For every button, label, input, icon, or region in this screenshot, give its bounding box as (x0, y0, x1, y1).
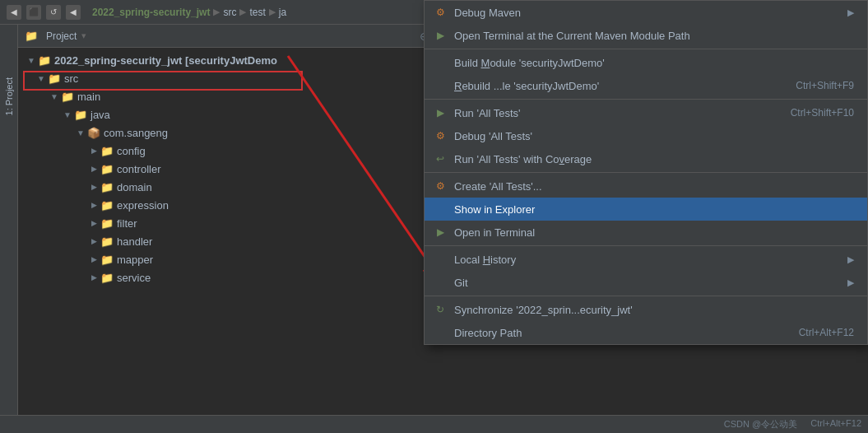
src-arrow: ▼ (35, 72, 48, 85)
sidebar-panel: 1: Project (0, 25, 18, 433)
open-terminal-icon: ▶ (433, 28, 448, 43)
breadcrumb-sep-1: ▶ (213, 7, 220, 17)
tree-root-item[interactable]: ▼ 📁 2022_spring-security_jwt [securityJw… (18, 51, 438, 69)
mapper-label: mapper (117, 254, 153, 266)
config-label: config (117, 145, 146, 157)
menu-run-all-tests[interactable]: ▶ Run 'All Tests' Ctrl+Shift+F10 (425, 101, 867, 124)
debug-maven-label: Debug Maven (454, 7, 841, 19)
tree-java[interactable]: ▼ 📁 java (18, 105, 438, 123)
status-csdn: CSDN @令公动美 (724, 418, 797, 431)
menu-debug-maven[interactable]: ⚙ Debug Maven ▶ (425, 1, 867, 24)
expression-label: expression (117, 199, 169, 212)
open-in-terminal-label: Open in Terminal (454, 226, 854, 239)
domain-package-icon: 📁 (100, 180, 114, 193)
menu-sep-4 (425, 245, 867, 246)
menu-rebuild-module[interactable]: Rebuild ...le 'securityJwtDemo' Ctrl+Shi… (425, 74, 867, 97)
status-bar: CSDN @令公动美 Ctrl+Alt+F12 (0, 415, 868, 433)
handler-arrow: ▶ (87, 235, 100, 248)
main-arrow: ▼ (48, 90, 61, 103)
tree-config[interactable]: ▶ 📁 config (18, 142, 438, 160)
tree-container: ▼ 📁 2022_spring-security_jwt [securityJw… (18, 48, 438, 433)
mapper-package-icon: 📁 (100, 253, 114, 266)
root-label: 2022_spring-security_jwt [securityJwtDem… (54, 54, 277, 67)
toolbar-back-icon[interactable]: ◀ (7, 5, 21, 20)
menu-local-history[interactable]: Local History ▶ (425, 248, 867, 271)
status-shortcut: Ctrl+Alt+F12 (810, 418, 861, 431)
menu-sep-1 (425, 49, 867, 49)
expression-package-icon: 📁 (100, 198, 114, 212)
com-sangeng-label: com.sangeng (104, 127, 168, 139)
handler-package-icon: 📁 (100, 235, 114, 248)
toolbar-refresh-icon[interactable]: ↺ (46, 5, 61, 20)
open-in-terminal-icon: ▶ (433, 225, 448, 240)
tree-service[interactable]: ▶ 📁 service (18, 268, 438, 286)
git-label: Git (454, 277, 841, 289)
debug-all-tests-label: Debug 'All Tests' (454, 130, 854, 142)
java-label: java (91, 109, 110, 121)
create-tests-icon: ⚙ (433, 179, 448, 193)
toolbar-nav-icon[interactable]: ◀ (66, 5, 81, 20)
tree-src[interactable]: ▼ 📁 src (18, 69, 438, 87)
breadcrumb: 2022_spring-security_jwt ▶ src ▶ test ▶ … (92, 7, 286, 18)
toolbar-forward-icon[interactable]: ⬛ (26, 5, 41, 20)
run-coverage-label: Run 'All Tests' with Coverage (454, 153, 854, 165)
status-right: CSDN @令公动美 Ctrl+Alt+F12 (724, 418, 861, 431)
debug-all-tests-icon: ⚙ (433, 128, 448, 143)
tree-filter[interactable]: ▶ 📁 filter (18, 214, 438, 232)
show-in-explorer-label: Show in Explorer (454, 203, 854, 216)
tree-expression[interactable]: ▶ 📁 expression (18, 196, 438, 214)
menu-show-in-explorer[interactable]: Show in Explorer (425, 198, 867, 221)
breadcrumb-project[interactable]: 2022_spring-security_jwt (92, 7, 210, 18)
run-all-shortcut: Ctrl+Shift+F10 (791, 107, 854, 119)
tree-handler[interactable]: ▶ 📁 handler (18, 232, 438, 250)
tree-mapper[interactable]: ▶ 📁 mapper (18, 250, 438, 268)
tree-domain[interactable]: ▶ 📁 domain (18, 178, 438, 196)
menu-create-all-tests[interactable]: ⚙ Create 'All Tests'... (425, 175, 867, 198)
menu-run-coverage[interactable]: ↩ Run 'All Tests' with Coverage (425, 147, 867, 170)
service-arrow: ▶ (87, 271, 100, 284)
menu-sep-3 (425, 172, 867, 173)
domain-label: domain (117, 181, 152, 193)
com-package-icon: 📦 (87, 126, 100, 139)
menu-git[interactable]: Git ▶ (425, 271, 867, 294)
breadcrumb-src[interactable]: src (223, 7, 236, 18)
tree-com-sangeng[interactable]: ▼ 📦 com.sangeng (18, 123, 438, 142)
tree-controller[interactable]: ▶ 📁 controller (18, 160, 438, 178)
create-all-tests-label: Create 'All Tests'... (454, 180, 854, 193)
java-folder-icon: 📁 (74, 108, 87, 121)
local-history-label: Local History (454, 254, 841, 266)
context-menu: ⚙ Debug Maven ▶ ▶ Open Terminal at the C… (424, 0, 868, 345)
project-dropdown-icon[interactable]: ▾ (81, 30, 86, 41)
filter-label: filter (117, 217, 137, 230)
menu-sep-2 (425, 99, 867, 100)
menu-sep-5 (425, 296, 867, 296)
config-arrow: ▶ (87, 144, 100, 157)
directory-path-shortcut: Ctrl+Alt+F12 (799, 327, 854, 338)
sync-icon: ↻ (433, 302, 448, 317)
local-history-arrow: ▶ (847, 254, 854, 265)
project-title-label: Project (46, 30, 77, 42)
breadcrumb-test[interactable]: test (249, 7, 265, 18)
menu-debug-all-tests[interactable]: ⚙ Debug 'All Tests' (425, 124, 867, 147)
menu-open-terminal[interactable]: ▶ Open Terminal at the Current Maven Mod… (425, 24, 867, 47)
main-label: main (77, 91, 100, 103)
service-label: service (117, 272, 151, 284)
com-arrow: ▼ (74, 126, 87, 139)
src-label: src (64, 72, 78, 85)
project-panel: 📁 Project ▾ ⊕ ▼ 📁 2022_spring-security_j… (18, 25, 438, 433)
menu-open-in-terminal[interactable]: ▶ Open in Terminal (425, 221, 867, 244)
service-package-icon: 📁 (100, 271, 114, 284)
menu-build-module[interactable]: Build Module 'securityJwtDemo' (425, 51, 867, 74)
debug-maven-arrow: ▶ (847, 7, 854, 18)
tree-main[interactable]: ▼ 📁 main (18, 87, 438, 105)
build-module-label: Build Module 'securityJwtDemo' (454, 57, 854, 69)
menu-directory-path[interactable]: Directory Path Ctrl+Alt+F12 (425, 321, 867, 344)
project-header: 📁 Project ▾ ⊕ (18, 25, 438, 48)
run-coverage-icon: ↩ (433, 151, 448, 166)
breadcrumb-ja[interactable]: ja (279, 7, 286, 18)
breadcrumb-sep-3: ▶ (269, 7, 276, 17)
sidebar-tab-project[interactable]: 1: Project (2, 74, 16, 119)
filter-arrow: ▶ (87, 216, 100, 230)
menu-synchronize[interactable]: ↻ Synchronize '2022_sprin...ecurity_jwt' (425, 298, 867, 321)
run-all-tests-label: Run 'All Tests' (454, 107, 784, 119)
